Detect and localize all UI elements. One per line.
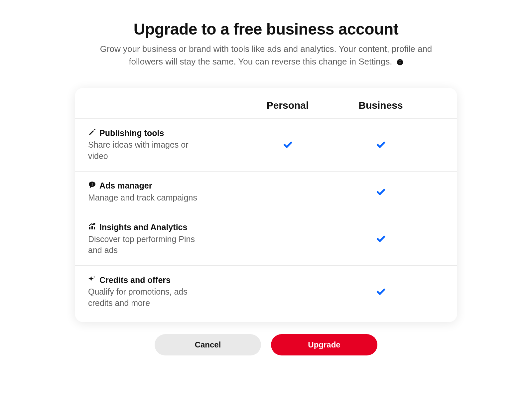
megaphone-icon	[88, 181, 96, 191]
table-row: Ads manager Manage and track campaigns	[75, 172, 457, 213]
feature-title: Publishing tools	[99, 128, 164, 138]
feature-desc: Qualify for promotions, ads credits and …	[88, 286, 201, 309]
feature-title: Insights and Analytics	[99, 222, 187, 232]
table-row: Publishing tools Share ideas with images…	[75, 119, 457, 172]
svg-point-4	[92, 185, 93, 186]
feature-desc: Share ideas with images or video	[88, 139, 201, 162]
pencil-icon	[88, 128, 96, 138]
analytics-icon	[88, 222, 96, 232]
check-icon	[375, 139, 386, 151]
column-business: Business	[334, 100, 427, 111]
column-personal: Personal	[241, 100, 334, 111]
cancel-button[interactable]: Cancel	[155, 334, 261, 355]
feature-title: Credits and offers	[99, 275, 171, 285]
table-header: Personal Business	[75, 100, 457, 119]
feature-title-row: Publishing tools	[88, 128, 241, 138]
upgrade-button[interactable]: Upgrade	[271, 334, 377, 355]
action-buttons: Cancel Upgrade	[75, 334, 457, 355]
svg-rect-3	[92, 183, 92, 185]
feature-title: Ads manager	[99, 181, 152, 191]
upgrade-modal: Upgrade to a free business account Grow …	[75, 20, 457, 355]
page-subtitle: Grow your business or brand with tools l…	[86, 43, 446, 68]
info-icon[interactable]	[397, 59, 403, 66]
svg-point-2	[399, 60, 400, 61]
feature-title-row: Ads manager	[88, 181, 241, 191]
svg-rect-1	[399, 62, 400, 64]
sparkle-icon	[88, 275, 96, 285]
feature-title-row: Credits and offers	[88, 275, 241, 285]
feature-title-row: Insights and Analytics	[88, 222, 241, 232]
page-title: Upgrade to a free business account	[75, 20, 457, 38]
comparison-table: Personal Business Publishing tools Share…	[75, 88, 457, 322]
subtitle-text: Grow your business or brand with tools l…	[100, 44, 432, 67]
svg-rect-7	[94, 227, 95, 229]
check-icon	[375, 186, 386, 198]
table-row: Insights and Analytics Discover top perf…	[75, 213, 457, 266]
check-icon	[282, 139, 293, 151]
check-icon	[375, 233, 386, 245]
check-icon	[375, 286, 386, 298]
feature-desc: Manage and track campaigns	[88, 192, 201, 203]
svg-rect-6	[91, 226, 93, 229]
feature-desc: Discover top performing Pins and ads	[88, 234, 201, 256]
table-row: Credits and offers Qualify for promotion…	[75, 266, 457, 318]
svg-rect-5	[89, 227, 90, 229]
